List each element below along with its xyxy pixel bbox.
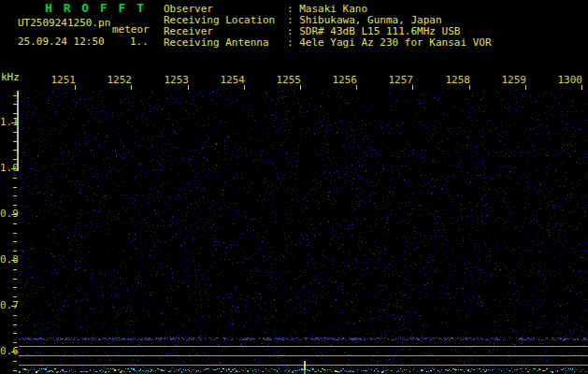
x-tick-mark — [525, 85, 526, 90]
y-tick-mark-left — [13, 287, 17, 288]
x-tick-mark — [244, 85, 245, 90]
x-tick-mark — [581, 85, 582, 90]
app-title: H R O F F T — [45, 3, 146, 14]
x-tick-label: 1259 — [500, 75, 526, 86]
y-tick-mark-left — [11, 214, 17, 215]
y-tick-mark-left — [13, 370, 17, 371]
x-tick-label: 1300 — [556, 75, 582, 86]
y-tick-mark-left — [11, 260, 17, 261]
x-tick-label: 1255 — [275, 75, 301, 86]
x-tick-label: 1254 — [219, 75, 245, 86]
counter-label: 1.. — [130, 36, 149, 48]
x-tick-label: 1251 — [50, 75, 76, 86]
y-tick-mark-left — [13, 269, 17, 270]
y-tick-mark-left — [13, 205, 17, 206]
y-tick-mark-left — [11, 352, 17, 352]
y-tick-mark-left — [13, 178, 17, 179]
x-tick-label: 1253 — [163, 75, 189, 86]
header-info: Observer: Masaki KanoReceiving Location:… — [164, 4, 492, 49]
info-value: : 4ele Yagi Az 230 for Kansai VOR — [287, 37, 492, 49]
spectrogram-canvas — [19, 91, 588, 374]
y-tick-mark-left — [13, 361, 17, 362]
x-tick-label: 1257 — [387, 75, 413, 86]
station-name: meteor — [112, 24, 150, 36]
x-tick-mark — [300, 85, 301, 90]
x-tick-mark — [75, 85, 76, 90]
y-tick-mark-left — [13, 324, 17, 325]
output-filename: UT2509241250.pn — [18, 18, 110, 29]
y-tick-mark-left — [13, 333, 17, 334]
x-tick-label: 1256 — [331, 75, 357, 86]
y-tick-mark-left — [13, 223, 17, 224]
y-tick-mark-left — [13, 296, 17, 297]
y-tick-mark-left — [13, 251, 17, 252]
x-tick-mark — [469, 85, 470, 90]
y-tick-mark-left — [13, 315, 17, 316]
datetime-label: 25.09.24 12:50 — [18, 36, 105, 48]
info-row: Receiving Antenna: 4ele Yagi Az 230 for … — [164, 37, 492, 49]
x-tick-mark — [356, 85, 357, 90]
x-tick-mark — [412, 85, 413, 90]
info-label: Receiving Antenna — [164, 37, 287, 49]
y-tick-mark-left — [13, 279, 17, 280]
y-tick-mark-left — [13, 241, 17, 242]
freq-unit-label: kHz — [1, 72, 20, 83]
y-tick-mark-left — [13, 195, 17, 196]
x-tick-label: 1258 — [444, 75, 470, 86]
x-tick-mark — [131, 85, 132, 90]
y-tick-mark-left — [13, 187, 17, 188]
y-tick-mark-left — [13, 233, 17, 234]
x-tick-label: 1252 — [106, 75, 132, 86]
hrofft-window: H R O F F T UT2509241250.pn meteor 25.09… — [0, 0, 588, 374]
y-tick-mark-left — [13, 342, 17, 343]
y-tick-mark-left — [11, 306, 17, 307]
x-tick-mark — [188, 85, 189, 90]
